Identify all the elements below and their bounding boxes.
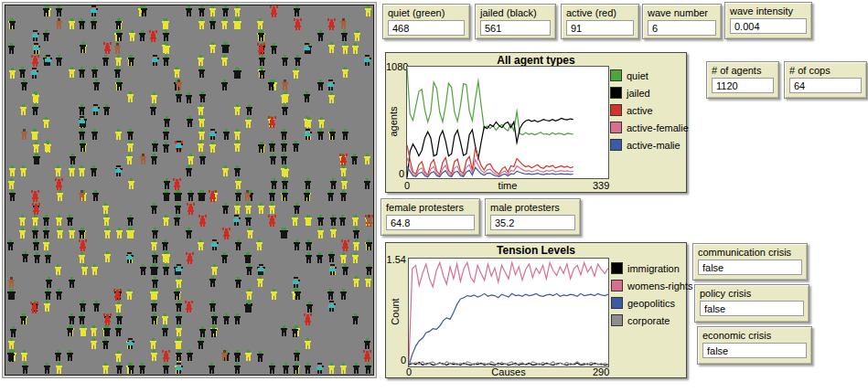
y-axis-label: agents <box>388 106 399 136</box>
legend-item: geopolitics <box>611 294 693 312</box>
x-axis-label: time <box>406 180 609 191</box>
legend-swatch <box>610 69 622 81</box>
monitor-quiet: quiet (green) 468 <box>382 4 470 39</box>
legend-item: quiet <box>610 67 689 84</box>
legend-swatch <box>611 297 623 309</box>
monitor-quiet-value: 468 <box>388 20 465 36</box>
y-axis-label: Count <box>390 298 401 324</box>
legend-swatch <box>610 122 622 133</box>
monitor-jailed-value: 561 <box>480 20 551 36</box>
legend-label: geopolitics <box>627 298 675 309</box>
legend-label: jailed <box>627 88 650 99</box>
world-view-frame <box>2 2 377 378</box>
monitor-wave-number: wave number 6 <box>642 4 722 39</box>
monitor-num-cops-value: 64 <box>789 78 862 93</box>
monitor-economic-crisis: economic crisis false <box>697 326 812 365</box>
monitor-wave-number-label: wave number <box>643 5 721 18</box>
plot-all-agent-types: All agent types 1080 0 agents 0 time 339… <box>385 52 687 193</box>
monitor-communication-crisis-label: communication crisis <box>693 244 807 258</box>
all-agent-types-canvas <box>407 67 608 178</box>
legend-item: active-malie <box>610 136 689 154</box>
monitor-wave-intensity-label: wave intensity <box>725 3 811 16</box>
plot-all-agent-types-title: All agent types <box>386 54 686 67</box>
x-axis-max-tick: 290 <box>593 366 609 377</box>
legend-item: corporate <box>611 312 693 329</box>
legend-item: active <box>610 101 689 119</box>
monitor-male-protesters-label: male protesters <box>486 199 580 213</box>
monitor-economic-crisis-value: false <box>702 343 807 358</box>
legend-label: immigration <box>627 263 680 274</box>
monitor-policy-crisis-label: policy crisis <box>695 285 809 299</box>
x-axis-max-tick: 339 <box>593 180 609 191</box>
monitor-num-agents-value: 1120 <box>712 78 774 93</box>
monitor-wave-number-value: 6 <box>648 20 716 36</box>
legend-item: womens-rights <box>611 277 693 294</box>
legend-label: active-malie <box>627 140 680 151</box>
netlogo-interface: quiet (green) 468 jailed (black) 561 act… <box>0 0 868 392</box>
monitor-quiet-label: quiet (green) <box>383 5 469 18</box>
monitor-num-cops: # of cops 64 <box>784 61 867 99</box>
legend-item: jailed <box>610 84 689 101</box>
legend-swatch <box>611 262 623 274</box>
legend-label: quiet <box>627 70 648 81</box>
plot-tension-levels: Tension Levels 1.54 0 Count 0 Causes 290… <box>385 242 687 378</box>
monitor-female-protesters-label: female protesters <box>381 199 479 213</box>
legend-item: active-femalie <box>610 119 689 136</box>
legend-label: active <box>627 105 653 116</box>
monitor-active-value: 91 <box>566 20 634 36</box>
plot-tension-levels-title: Tension Levels <box>386 244 686 257</box>
monitor-female-protesters-value: 64.8 <box>386 215 475 230</box>
legend-swatch <box>610 139 622 151</box>
world-view <box>5 5 374 376</box>
x-axis-label: Causes <box>408 366 609 377</box>
monitor-female-protesters: female protesters 64.8 <box>380 198 480 236</box>
legend-swatch <box>610 104 622 116</box>
monitor-economic-crisis-label: economic crisis <box>698 327 811 341</box>
plot-legend: quietjailedactiveactive-femalieactive-ma… <box>610 67 689 154</box>
legend-label: womens-rights <box>627 281 693 291</box>
monitor-policy-crisis-value: false <box>700 301 804 316</box>
monitor-wave-intensity-value: 0.004 <box>730 18 807 34</box>
monitor-jailed-label: jailed (black) <box>476 5 555 18</box>
legend-swatch <box>610 87 622 99</box>
monitor-communication-crisis-value: false <box>698 260 802 275</box>
monitor-num-cops-label: # of cops <box>785 62 866 76</box>
monitor-wave-intensity: wave intensity 0.004 <box>724 2 812 39</box>
legend-label: active-femalie <box>627 122 689 133</box>
plot-area <box>408 258 609 367</box>
y-axis-label-wrap: Count <box>389 258 401 366</box>
world-canvas <box>5 5 373 375</box>
legend-swatch <box>611 314 623 326</box>
legend-swatch <box>611 280 623 291</box>
plot-area <box>406 66 609 179</box>
y-axis-label-wrap: agents <box>387 66 399 177</box>
plot-legend: immigrationwomens-rightsgeopoliticscorpo… <box>611 260 693 329</box>
monitor-num-agents: # of agents 1120 <box>706 61 779 99</box>
tension-levels-canvas <box>409 259 608 366</box>
monitor-male-protesters: male protesters 35.2 <box>485 198 581 236</box>
legend-label: corporate <box>627 315 670 326</box>
monitor-male-protesters-value: 35.2 <box>490 215 575 230</box>
monitor-num-agents-label: # of agents <box>707 62 778 76</box>
legend-item: immigration <box>611 260 693 277</box>
monitor-communication-crisis: communication crisis false <box>692 243 808 281</box>
monitor-jailed: jailed (black) 561 <box>475 4 556 39</box>
monitor-active: active (red) 91 <box>561 4 639 39</box>
monitor-policy-crisis: policy crisis false <box>694 284 809 323</box>
monitor-active-label: active (red) <box>562 5 638 18</box>
